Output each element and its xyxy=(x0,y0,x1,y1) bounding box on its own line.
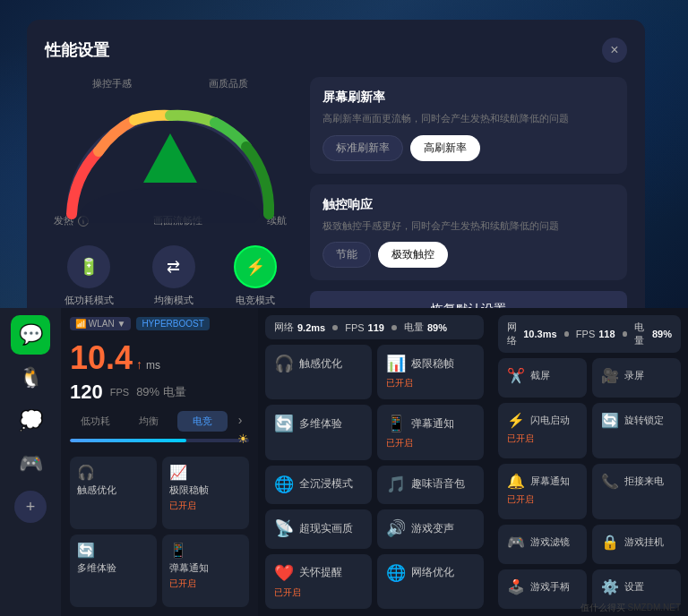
watermark: 值什么得买 SMZDM.NET xyxy=(580,602,681,614)
gaming-mode-btn[interactable]: ⚡ 电竞模式 xyxy=(234,245,277,307)
center-touch-feature[interactable]: 🎧 触感优化 xyxy=(265,345,372,399)
sidebar-qq[interactable]: 🐧 xyxy=(11,358,50,398)
reject-call-feature[interactable]: 📞 拒接来电 xyxy=(592,464,681,519)
balanced-icon: ⇄ xyxy=(152,245,195,288)
status-bar: 📶 WLAN ▼ HYPERBOOST xyxy=(70,317,249,330)
sun-icon: ☀ xyxy=(237,432,249,446)
center-voice-change-header: 🔊 游戏变声 xyxy=(386,518,475,538)
center-notif-feature[interactable]: 📱 弹幕通知 已开启 xyxy=(377,405,484,459)
touch-desc: 极致触控手感更好，同时会产生发热和续航降低的问题 xyxy=(322,218,615,234)
afk-name: 游戏挂机 xyxy=(624,535,664,549)
record-header: 🎥 录屏 xyxy=(601,367,672,384)
right-stat-divider-1 xyxy=(564,331,569,337)
balanced-label: 均衡模式 xyxy=(154,294,194,307)
game-filter-feature[interactable]: 🎮 游戏滤镜 xyxy=(498,525,587,564)
refresh-rate-desc: 高刷新率画面更流畅，同时会产生发热和续航降低的问题 xyxy=(322,111,615,126)
center-immersive-header: 🌐 全沉浸模式 xyxy=(274,475,363,494)
low-power-tab[interactable]: 低功耗 xyxy=(70,411,120,432)
modal-header: 性能设置 × xyxy=(45,38,627,63)
sidebar: 💬 🐧 💭 🎮 + xyxy=(0,308,61,616)
center-voice-icon: 🎵 xyxy=(386,475,406,494)
center-fps-name: 极限稳帧 xyxy=(411,356,454,372)
touch-icon: 🎧 xyxy=(77,464,150,481)
gamepad-feature[interactable]: 🕹️ 游戏手柄 xyxy=(498,569,587,609)
game-filter-name: 游戏滤镜 xyxy=(530,535,570,549)
center-notif-status: 已开启 xyxy=(386,437,475,449)
screen-notif-feature[interactable]: 🔔 屏幕通知 已开启 xyxy=(498,464,587,519)
hyperboost-badge: HYPERBOOST xyxy=(136,317,209,330)
close-button[interactable]: × xyxy=(602,38,627,63)
record-icon: 🎥 xyxy=(601,367,619,384)
gaming-tab[interactable]: 电竞 xyxy=(177,411,228,432)
flash-launch-status: 已开启 xyxy=(507,432,578,445)
ultra-touch-btn[interactable]: 极致触控 xyxy=(378,242,448,268)
center-fps-status: 已开启 xyxy=(386,377,475,389)
center-stats-row: 网络 9.2ms FPS 119 电量 89% xyxy=(265,315,484,339)
rotate-lock-header: 🔄 旋转锁定 xyxy=(601,412,672,429)
fps-status: 已开启 xyxy=(169,500,242,512)
touch-optimize-feature[interactable]: 🎧 触感优化 xyxy=(70,457,157,529)
performance-modal: 性能设置 × 操控手感 画质品质 xyxy=(27,20,645,308)
energy-saving-btn[interactable]: 节能 xyxy=(322,242,371,268)
fps-value: 120 xyxy=(70,381,103,404)
center-voice-feature[interactable]: 🎵 趣味语音包 xyxy=(377,466,484,504)
center-network-name: 网络优化 xyxy=(411,565,454,580)
fps-name: 极限稳帧 xyxy=(169,483,242,497)
reject-call-icon: 📞 xyxy=(601,473,619,490)
more-arrow[interactable]: › xyxy=(231,411,249,429)
low-power-mode-btn[interactable]: 🔋 低功耗模式 xyxy=(64,245,114,307)
stat-divider-1 xyxy=(332,325,338,330)
standard-refresh-btn[interactable]: 标准刷新率 xyxy=(322,135,403,161)
multi-name: 多维体验 xyxy=(77,561,150,575)
record-feature[interactable]: 🎥 录屏 xyxy=(592,358,681,398)
center-feature-grid: 🎧 触感优化 📊 极限稳帧 已开启 🔄 多维体验 xyxy=(265,345,484,609)
progress-fill xyxy=(70,439,186,442)
center-network-feature[interactable]: 🌐 网络优化 xyxy=(377,554,484,609)
mode-buttons: 🔋 低功耗模式 ⇄ 均衡模式 ⚡ 电竞模式 xyxy=(45,245,296,307)
gauge-container xyxy=(54,98,287,223)
balanced-tab[interactable]: 均衡 xyxy=(124,411,174,432)
sidebar-wechat[interactable]: 💬 xyxy=(11,315,50,355)
sidebar-game[interactable]: 🎮 xyxy=(11,444,50,483)
wlan-badge: 📶 WLAN ▼ xyxy=(70,317,131,330)
flash-launch-feature[interactable]: ⚡ 闪电启动 已开启 xyxy=(498,403,587,458)
center-immersive-feature[interactable]: 🌐 全沉浸模式 xyxy=(265,466,372,504)
sidebar-add-button[interactable]: + xyxy=(14,491,47,523)
restore-defaults-button[interactable]: 恢复默认设置 xyxy=(310,291,627,308)
progress-bar xyxy=(70,439,249,442)
notification-feature[interactable]: 📱 弹幕通知 已开启 xyxy=(162,535,249,607)
center-care-header: ❤️ 关怀提醒 xyxy=(274,563,363,583)
center-voice-change-name: 游戏变声 xyxy=(411,521,454,536)
reject-call-header: 📞 拒接来电 xyxy=(601,473,672,490)
screenshot-feature[interactable]: ✂️ 截屏 xyxy=(498,358,587,398)
center-care-feature[interactable]: ❤️ 关怀提醒 已开启 xyxy=(265,554,372,609)
modal-title: 性能设置 xyxy=(45,39,109,61)
mode-tabs: 低功耗 均衡 电竞 › xyxy=(70,411,249,432)
rotate-lock-feature[interactable]: 🔄 旋转锁定 xyxy=(592,403,681,458)
center-fps-feature[interactable]: 📊 极限稳帧 已开启 xyxy=(377,345,484,399)
gaming-icon: ⚡ xyxy=(234,245,277,288)
center-hd-feature[interactable]: 📡 超现实画质 xyxy=(265,509,372,548)
center-fps-header: 📊 极限稳帧 xyxy=(386,354,475,373)
high-refresh-btn[interactable]: 高刷新率 xyxy=(410,135,480,161)
screenshot-icon: ✂️ xyxy=(507,367,525,384)
sidebar-message[interactable]: 💭 xyxy=(11,401,50,441)
fps-unit: FPS xyxy=(110,387,129,398)
bottom-center-panel: 网络 9.2ms FPS 119 电量 89% 🎧 触 xyxy=(258,308,491,616)
afk-header: 🔒 游戏挂机 xyxy=(601,534,672,551)
center-multi-feature[interactable]: 🔄 多维体验 xyxy=(265,405,372,459)
center-notif-header: 📱 弹幕通知 xyxy=(386,414,475,433)
rotate-lock-icon: 🔄 xyxy=(601,412,619,429)
touch-response-card: 触控响应 极致触控手感更好，同时会产生发热和续航降低的问题 节能 极致触控 xyxy=(310,184,627,281)
battery-stat-value: 89% xyxy=(427,322,447,333)
multi-icon: 🔄 xyxy=(77,542,150,559)
right-network-label: 网络 xyxy=(507,321,520,347)
multi-exp-feature[interactable]: 🔄 多维体验 xyxy=(70,535,157,607)
balanced-mode-btn[interactable]: ⇄ 均衡模式 xyxy=(152,245,195,307)
right-battery-stat: 电量 89% xyxy=(634,321,672,347)
latency-arrow: ↑ xyxy=(136,357,142,372)
afk-feature[interactable]: 🔒 游戏挂机 xyxy=(592,525,681,564)
center-voice-header: 🎵 趣味语音包 xyxy=(386,475,475,494)
center-voice-change-feature[interactable]: 🔊 游戏变声 xyxy=(377,509,484,548)
fps-stable-feature[interactable]: 📈 极限稳帧 已开启 xyxy=(162,457,249,529)
